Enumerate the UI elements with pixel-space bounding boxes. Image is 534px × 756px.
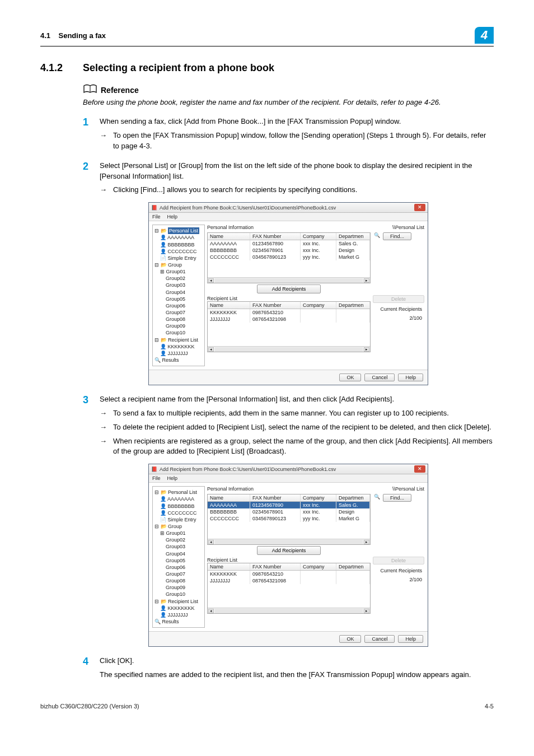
ok-button[interactable]: OK [339,374,361,381]
th-name[interactable]: Name [210,495,223,501]
tree-group-item[interactable]: Group10 [166,591,185,597]
dialog-titlebar[interactable]: 📕 Add Recipient from Phone Book:C:\Users… [149,464,428,474]
tree-entry[interactable]: JJJJJJJJ [168,351,188,356]
tree-group-item[interactable]: Group05 [166,558,185,563]
th-department[interactable]: Departmen [339,495,364,501]
tree-group-item[interactable]: Group04 [166,551,185,557]
current-recipients-label: Current Recipients [373,306,424,312]
delete-button[interactable]: Delete [373,295,424,303]
tree-group-item[interactable]: Group01 [166,530,186,536]
menu-file[interactable]: File [152,475,161,481]
tree-group-item[interactable]: Group04 [166,290,185,295]
table-row[interactable]: JJJJJJJJ087654321098 [208,577,370,584]
ok-button[interactable]: OK [339,635,361,643]
cancel-button[interactable]: Cancel [364,374,395,381]
th-company[interactable]: Company [303,564,325,570]
table-row[interactable]: AAAAAAAA01234567890xxx Inc.Sales G. [208,240,370,247]
tree-group-item[interactable]: Group09 [166,323,185,329]
h-scrollbar[interactable]: ◂▸ [208,346,370,352]
tree-entry[interactable]: AAAAAAAA [167,235,194,240]
dialog-titlebar[interactable]: 📕 Add Recipient from Phone Book:C:\Users… [149,203,428,213]
table-row[interactable]: KKKKKKKK09876543210 [208,309,370,316]
tree-group[interactable]: Group [168,262,182,268]
th-fax[interactable]: FAX Number [252,234,282,239]
tree-entry[interactable]: BBBBBBBB [168,503,195,509]
menu-help[interactable]: Help [167,214,178,220]
h-scrollbar[interactable]: ◂▸ [208,608,370,613]
tree-group-item[interactable]: Group09 [166,585,185,590]
table-row[interactable]: CCCCCCCC034567890123yyy Inc.Market G [208,254,370,260]
tree-group-item[interactable]: Group08 [166,316,185,322]
recipient-list-table[interactable]: Name FAX Number Company Departmen KKKKKK… [207,563,371,614]
table-row[interactable]: BBBBBBBB02345678901xxx Inc.Design [208,247,370,254]
close-button[interactable]: ✕ [414,204,425,211]
th-fax[interactable]: FAX Number [252,495,282,501]
add-recipients-button[interactable]: Add Recipients [257,546,321,555]
tree-entry[interactable]: AAAAAAAA [167,496,194,502]
close-button[interactable]: ✕ [414,465,425,473]
th-name[interactable]: Name [210,234,223,239]
th-name[interactable]: Name [210,302,223,308]
add-recipients-button[interactable]: Add Recipients [257,284,321,293]
table-row[interactable]: KKKKKKKK09876543210 [208,571,370,577]
tree-group-item[interactable]: Group05 [166,296,185,302]
tree-personal-list[interactable]: Personal List [168,489,197,495]
table-row[interactable]: AAAAAAAA01234567890xxx Inc.Sales G. [208,502,370,508]
th-name[interactable]: Name [210,564,223,570]
tree-results[interactable]: Results [162,357,179,363]
table-row[interactable]: JJJJJJJJ087654321098 [208,316,370,323]
tree-group-item[interactable]: Group01 [166,269,186,274]
help-button[interactable]: Help [398,635,423,643]
table-row[interactable]: BBBBBBBB02345678901xxx Inc.Design [208,508,370,515]
find-button[interactable]: Find... [383,232,411,240]
h-scrollbar[interactable]: ◂▸ [208,539,370,544]
tree-group-item[interactable]: Group03 [166,282,185,288]
tree-entry[interactable]: CCCCCCCC [168,510,197,516]
table-row[interactable]: CCCCCCCC034567890123yyy Inc.Market G [208,515,370,522]
tree-group-item[interactable]: Group02 [166,537,185,543]
tree-panel[interactable]: ⊟ 📂 Personal List 👤 AAAAAAAA 👤 BBBBBBBB … [152,486,205,628]
menu-file[interactable]: File [152,214,161,220]
tree-personal-list[interactable]: Personal List [168,227,199,234]
delete-button[interactable]: Delete [373,557,424,564]
reference-label: Reference [101,86,139,95]
tree-recipient-list[interactable]: Recipient List [168,337,198,343]
tree-entry[interactable]: CCCCCCCC [168,249,197,254]
cancel-button[interactable]: Cancel [364,635,395,643]
tree-group[interactable]: Group [168,524,182,529]
tree-group-item[interactable]: Group03 [166,544,185,549]
tree-simple-entry[interactable]: Simple Entry [168,255,196,261]
tree-results[interactable]: Results [162,619,179,624]
personal-info-table[interactable]: Name FAX Number Company Departmen AAAAAA… [207,232,371,283]
th-fax[interactable]: FAX Number [252,302,282,308]
tree-entry[interactable]: BBBBBBBB [168,242,195,248]
tree-entry[interactable]: KKKKKKKK [168,605,195,611]
menu-help[interactable]: Help [167,475,178,481]
th-fax[interactable]: FAX Number [252,564,282,570]
th-department[interactable]: Departmen [339,302,364,308]
personal-info-table[interactable]: Name FAX Number Company Departmen AAAAAA… [207,494,371,545]
tree-group-item[interactable]: Group07 [166,310,185,315]
th-department[interactable]: Departmen [339,234,364,239]
step-4: 4 Click [OK]. The specified names are ad… [83,656,494,680]
find-button[interactable]: Find... [383,494,411,502]
tree-panel[interactable]: ⊟ 📂 Personal List 👤 AAAAAAAA 👤 BBBBBBBB … [152,225,205,366]
step-1-sub1: To open the [FAX Transmission Popup] win… [113,130,494,152]
tree-recipient-list[interactable]: Recipient List [168,599,198,604]
tree-group-item[interactable]: Group06 [166,303,185,309]
tree-entry[interactable]: KKKKKKKK [168,344,195,349]
tree-group-item[interactable]: Group10 [166,330,185,335]
th-company[interactable]: Company [303,234,325,239]
tree-group-item[interactable]: Group02 [166,276,185,281]
tree-group-item[interactable]: Group07 [166,571,185,577]
h-scrollbar[interactable]: ◂▸ [208,277,370,283]
help-button[interactable]: Help [398,374,423,381]
tree-group-item[interactable]: Group08 [166,578,185,584]
th-company[interactable]: Company [303,302,325,308]
tree-entry[interactable]: JJJJJJJJ [168,612,188,618]
tree-group-item[interactable]: Group06 [166,564,185,570]
th-department[interactable]: Departmen [339,564,364,570]
tree-simple-entry[interactable]: Simple Entry [168,517,196,522]
recipient-list-table[interactable]: Name FAX Number Company Departmen KKKKKK… [207,301,371,352]
th-company[interactable]: Company [303,495,325,501]
